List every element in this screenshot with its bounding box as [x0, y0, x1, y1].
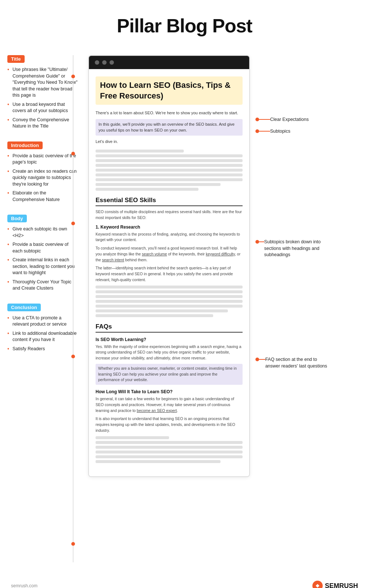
body-placeholder	[96, 286, 243, 317]
footer-logo-icon	[312, 581, 323, 588]
browser-dot-2	[102, 60, 107, 65]
footer-brand-name: SEMRUSH	[325, 582, 358, 588]
placeholder-line	[96, 300, 243, 303]
sidebar-section-intro: Introduction Provide a basic overview of…	[7, 141, 79, 203]
placeholder-line	[96, 446, 243, 449]
svg-point-4	[71, 355, 75, 358]
body-bullet-2: Provide a basic overview of each subtopi…	[7, 241, 79, 254]
sidebar-section-body: Body Give each subtopic its own <H2> Pro…	[7, 215, 79, 292]
browser-toolbar	[89, 56, 249, 69]
section-label-body: Body	[7, 215, 27, 222]
placeholder-line	[96, 441, 243, 444]
title-bullet-2: Use a broad keyword that covers all of y…	[7, 101, 79, 114]
intro-bullets: Provide a basic overview of the page's t…	[7, 153, 79, 203]
annotation-connector	[259, 131, 270, 132]
intro-bullet-3: Elaborate on the Comprehensive Nature	[7, 190, 79, 203]
placeholder-line	[96, 183, 221, 186]
body-bullet-1: Give each subtopic its own <H2>	[7, 226, 79, 239]
title-bullet-3: Convey the Comprehensive Nature in the T…	[7, 117, 79, 130]
faq1-question: Is SEO Worth Learning?	[96, 337, 243, 342]
placeholder-line	[96, 164, 243, 167]
svg-point-2	[71, 152, 75, 155]
sub1-p2: To conduct keyword research, you'll need…	[96, 245, 243, 263]
section-label-conclusion: Conclusion	[7, 304, 41, 311]
sub1-p1: Keyword research is the process of findi…	[96, 232, 243, 243]
annotation-dot	[255, 118, 259, 121]
placeholder-line	[96, 286, 243, 288]
annotation-faq-text: FAQ section at the end to answer readers…	[265, 356, 329, 369]
annotation-subtopics-text: Subtopics	[270, 129, 290, 134]
sidebar-section-title: Title Use phrases like "Ultimate/ Compre…	[7, 55, 79, 130]
placeholder-line	[96, 436, 169, 439]
faq1-p1: Yes. With the majority of online experie…	[96, 344, 243, 361]
svg-point-1	[71, 75, 75, 78]
placeholder-line	[96, 154, 243, 157]
annotation-subtopics-broken: Subtopics broken down into sections with…	[255, 239, 329, 258]
annotation-clear-expectations: Clear Expectations	[255, 117, 309, 122]
section-label-intro: Introduction	[7, 141, 43, 149]
left-connector-line	[71, 55, 75, 562]
annotation-connector	[259, 359, 265, 360]
body-bullet-4: Thoroughly Cover Your Topic and Create C…	[7, 279, 79, 292]
conclusion-bullet-1: Use a CTA to promote a relevant product …	[7, 315, 79, 328]
conclusion-bullet-2: Link to additional downloadable content …	[7, 330, 79, 343]
sidebar-section-conclusion: Conclusion Use a CTA to promote a releva…	[7, 304, 79, 352]
faq-heading: FAQs	[96, 323, 243, 333]
intro-plain: Let's dive in.	[96, 139, 243, 145]
svg-point-3	[71, 222, 75, 225]
faq2-question: How Long Will It Take to Learn SEO?	[96, 389, 243, 394]
placeholder-line	[96, 178, 243, 181]
page-title: Pillar Blog Post	[0, 0, 369, 55]
section1-intro: SEO consists of multiple disciplines and…	[96, 209, 243, 221]
annotation-connector	[259, 119, 270, 120]
footer-logo: SEMRUSH	[312, 581, 358, 588]
placeholder-line	[96, 169, 243, 172]
annotation-dot	[255, 240, 259, 244]
intro-bullet-2: Create an index so readers can quickly n…	[7, 168, 79, 188]
placeholder-line	[96, 188, 198, 191]
placeholder-line	[96, 455, 243, 458]
center-content: How to Learn SEO (Basics, Tips & Free Re…	[88, 55, 250, 562]
body-bullets: Give each subtopic its own <H2> Provide …	[7, 226, 79, 292]
intro-highlighted: In this guide, we'll provide you with an…	[96, 119, 243, 136]
annotation-dot	[255, 129, 259, 133]
placeholder-line	[96, 173, 243, 176]
annotation-faq: FAQ section at the end to answer readers…	[255, 356, 329, 369]
body-bullet-3: Create internal links in each section, l…	[7, 257, 79, 276]
conclusion-bullets: Use a CTA to promote a relevant product …	[7, 315, 79, 352]
subheading-keyword-research: 1. Keyword Research	[96, 225, 243, 230]
svg-point-5	[71, 542, 75, 546]
placeholder-line	[96, 295, 243, 298]
faq2-p2: It is also important to understand that …	[96, 416, 243, 433]
placeholder-line	[96, 309, 228, 312]
browser-window: How to Learn SEO (Basics, Tips & Free Re…	[88, 55, 250, 477]
placeholder-line	[96, 290, 243, 293]
title-bullet-1: Use phrases like "Ultimate/ Comprehensiv…	[7, 67, 79, 99]
title-bullets: Use phrases like "Ultimate/ Comprehensiv…	[7, 67, 79, 130]
conclusion-placeholder	[96, 436, 243, 463]
sub1-p3: The latter—identifying search intent beh…	[96, 265, 243, 283]
annotation-dot	[255, 358, 259, 361]
browser-dot-3	[110, 60, 114, 65]
placeholder-line	[96, 305, 243, 308]
right-sidebar: Clear Expectations Subtopics Subtopics b…	[255, 55, 329, 562]
annotation-clear-expectations-text: Clear Expectations	[270, 117, 309, 122]
intro-bullet-1: Provide a basic overview of the page's t…	[7, 153, 79, 166]
annotation-connector	[259, 241, 264, 242]
footer-domain: semrush.com	[11, 583, 37, 588]
placeholder-line	[96, 451, 243, 453]
placeholder-line	[96, 150, 184, 153]
placeholder-line	[96, 314, 213, 317]
annotation-subtopics-broken-text: Subtopics broken down into sections with…	[264, 239, 329, 258]
conclusion-bullet-3: Satisfy Readers	[7, 346, 79, 352]
intro-text: There's a lot to learn about SEO. We're …	[96, 110, 243, 116]
faq1-p2: Whether you are a business owner, market…	[96, 364, 243, 385]
faq2-p1: In general, it can take a few weeks for …	[96, 396, 243, 413]
browser-body: How to Learn SEO (Basics, Tips & Free Re…	[89, 69, 249, 476]
placeholder-line	[96, 159, 243, 162]
article-title: How to Learn SEO (Basics, Tips & Free Re…	[96, 76, 243, 105]
browser-dot-1	[95, 60, 99, 65]
placeholder-line	[96, 460, 221, 463]
section1-heading: Essential SEO Skills	[96, 197, 243, 206]
section-label-title: Title	[7, 55, 25, 63]
